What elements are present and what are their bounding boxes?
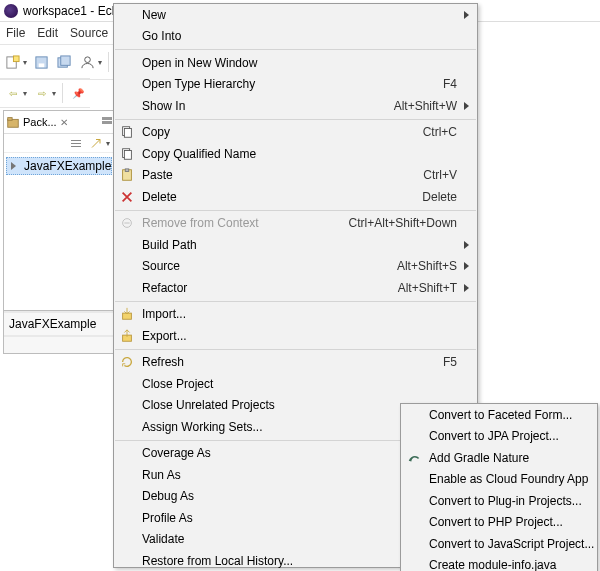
menu-item-shortcut: Alt+Shift+S (397, 259, 457, 273)
menu-item-label: Open in New Window (142, 56, 457, 70)
menu-item-open-new-window[interactable]: Open in New Window (114, 52, 477, 74)
person-icon[interactable] (79, 54, 96, 71)
project-tree[interactable]: J JavaFXExample (4, 153, 114, 315)
menu-item-new[interactable]: New (114, 4, 477, 26)
export-icon (119, 328, 135, 344)
dropdown-icon[interactable]: ▾ (98, 58, 102, 67)
menu-item-open-type-hierarchy[interactable]: Open Type HierarchyF4 (114, 74, 477, 96)
menu-item-source[interactable]: SourceAlt+Shift+S (114, 256, 477, 278)
selection-footer: JavaFXExample (3, 310, 115, 354)
tree-project-row[interactable]: J JavaFXExample (6, 157, 112, 175)
dropdown-icon[interactable]: ▾ (23, 89, 27, 98)
forward-icon[interactable]: ⇨ (33, 85, 50, 102)
menu-item-label: Go Into (142, 29, 457, 43)
import-icon (119, 306, 135, 322)
package-explorer-panel: Pack... ✕ ▾ J (3, 110, 115, 316)
tab-extra-icon: ✕ (60, 117, 68, 128)
footer-project: JavaFXExample (4, 311, 114, 335)
menu-item-go-into[interactable]: Go Into (114, 26, 477, 48)
toolbar-row2: ⇦▾ ⇨▾ 📌 (0, 78, 90, 108)
menu-item-refresh[interactable]: RefreshF5 (114, 352, 477, 374)
menu-item-cloud-foundry[interactable]: Enable as Cloud Foundry App (401, 469, 597, 491)
menu-item-plugin[interactable]: Convert to Plug-in Projects... (401, 490, 597, 512)
menu-item-label: Convert to Plug-in Projects... (429, 494, 582, 508)
menu-item-facet[interactable]: Convert to Faceted Form... (401, 404, 597, 426)
expand-icon[interactable] (11, 162, 16, 170)
menu-item-shortcut: Delete (422, 190, 457, 204)
remove-icon (119, 215, 135, 231)
paste-icon (119, 167, 135, 183)
menu-item-paste[interactable]: PasteCtrl+V (114, 165, 477, 187)
footer-empty (4, 335, 114, 353)
menu-item-gradle[interactable]: Add Gradle Nature (401, 447, 597, 469)
menu-item-label: Refactor (142, 281, 398, 295)
menu-source[interactable]: Source (70, 24, 108, 42)
link-icon[interactable] (90, 137, 102, 149)
svg-point-6 (85, 56, 91, 62)
pin-icon[interactable]: 📌 (69, 85, 86, 102)
menu-item-label: Source (142, 259, 397, 273)
menu-separator (115, 210, 476, 211)
menu-file[interactable]: File (6, 24, 25, 42)
svg-rect-9 (102, 117, 112, 120)
menu-item-jpa[interactable]: Convert to JPA Project... (401, 426, 597, 448)
back-icon[interactable]: ⇦ (4, 85, 21, 102)
menu-item-build-path[interactable]: Build Path (114, 234, 477, 256)
save-icon[interactable] (33, 54, 50, 71)
svg-rect-10 (102, 121, 112, 124)
dropdown-icon[interactable]: ▾ (106, 139, 110, 148)
menu-item-shortcut: Alt+Shift+W (394, 99, 457, 113)
menu-separator (115, 301, 476, 302)
menu-item-shortcut: Ctrl+C (423, 125, 457, 139)
window-title: workspace1 - Eclip (23, 4, 124, 18)
menu-item-label: Build Path (142, 238, 457, 252)
separator (108, 52, 109, 72)
menu-item-delete[interactable]: DeleteDelete (114, 186, 477, 208)
panel-menu-icon[interactable] (102, 117, 112, 127)
menu-item-shortcut: Ctrl+Alt+Shift+Down (349, 216, 457, 230)
collapse-icon[interactable] (70, 137, 82, 149)
menu-item-label: Paste (142, 168, 423, 182)
package-icon (6, 115, 20, 129)
new-icon[interactable] (4, 54, 21, 71)
menu-item-export[interactable]: Export... (114, 325, 477, 347)
menu-item-show-in[interactable]: Show InAlt+Shift+W (114, 95, 477, 117)
tab-label: Pack... (23, 116, 57, 128)
save-all-icon[interactable] (56, 54, 73, 71)
menu-item-refactor[interactable]: RefactorAlt+Shift+T (114, 277, 477, 299)
menu-item-label: Show In (142, 99, 394, 113)
menu-item-label: Export... (142, 329, 457, 343)
menu-item-shortcut: Alt+Shift+T (398, 281, 457, 295)
dropdown-icon[interactable]: ▾ (23, 58, 27, 67)
eclipse-icon (4, 4, 18, 18)
menu-item-label: Convert to JPA Project... (429, 429, 577, 443)
panel-toolbar: ▾ (4, 134, 114, 153)
menu-item-php[interactable]: Convert to PHP Project... (401, 512, 597, 534)
menu-edit[interactable]: Edit (37, 24, 58, 42)
menu-item-label: Enable as Cloud Foundry App (429, 472, 588, 486)
menu-item-js[interactable]: Convert to JavaScript Project... (401, 533, 597, 555)
menu-item-close-project[interactable]: Close Project (114, 373, 477, 395)
menu-item-label: Convert to JavaScript Project... (429, 537, 594, 551)
menu-item-label: Create module-info.java (429, 558, 577, 571)
dropdown-icon[interactable]: ▾ (52, 89, 56, 98)
copy-icon (119, 124, 135, 140)
menu-separator (115, 119, 476, 120)
tab-package-explorer[interactable]: Pack... ✕ (6, 115, 68, 129)
menu-item-remove-context: Remove from ContextCtrl+Alt+Shift+Down (114, 213, 477, 235)
menu-item-label: Remove from Context (142, 216, 349, 230)
menu-item-copy[interactable]: CopyCtrl+C (114, 122, 477, 144)
menu-item-module-info[interactable]: Create module-info.java (401, 555, 597, 572)
configure-submenu[interactable]: Convert to Faceted Form...Convert to JPA… (400, 403, 598, 571)
refresh-icon (119, 354, 135, 370)
menu-item-import[interactable]: Import... (114, 304, 477, 326)
menu-item-label: Convert to Faceted Form... (429, 408, 577, 422)
menu-item-shortcut: F4 (443, 77, 457, 91)
delete-icon (119, 189, 135, 205)
menu-separator (115, 49, 476, 50)
menu-item-copy-qname[interactable]: Copy Qualified Name (114, 143, 477, 165)
svg-rect-20 (125, 169, 129, 172)
menu-item-label: Refresh (142, 355, 443, 369)
menu-item-label: New (142, 8, 457, 22)
project-name: JavaFXExample (24, 159, 111, 173)
